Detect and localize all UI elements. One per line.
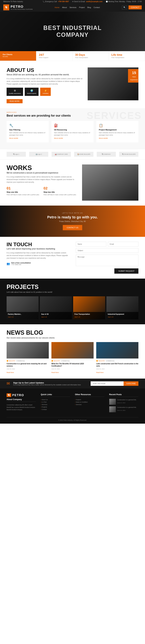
- cta-banner: LET'S TALK WITH US Petro is ready to go …: [0, 206, 145, 237]
- blog-section: NEWS BLOG Our recent news announcements …: [0, 324, 145, 378]
- projects-grid: Factory Mainten.. July 5, 20 Gas & Oil J…: [7, 296, 138, 319]
- project-title-1: Gas & Oil: [41, 313, 71, 315]
- footer-link-1[interactable]: A.I Port: [41, 401, 70, 403]
- subject-input[interactable]: [76, 248, 138, 253]
- footer-other-link-0[interactable]: Support: [75, 399, 104, 400]
- contact-subheading: Let's talk about improving your business…: [7, 248, 69, 250]
- partner-4: 🏗 COMPANY: [97, 152, 116, 157]
- blog-subheading: Our recent news announcements for our si…: [7, 337, 138, 339]
- logo-sub: OIL & GAS INDUSTRIAL PLATFORM: [11, 8, 33, 10]
- blog-heading: NEWS BLOG: [7, 329, 138, 336]
- step-1: 01 Step one title Petro will help to mak…: [7, 186, 40, 198]
- phone-number: +757 8888 939: [11, 264, 31, 266]
- project-card-2[interactable]: Free Transportation July 5, 20: [73, 296, 105, 319]
- hero-section: Best Industrial Company: [0, 12, 145, 51]
- service-title-0: Gas Filtering: [9, 129, 46, 131]
- nav-home[interactable]: Home: [55, 6, 60, 8]
- footer-other-link-1[interactable]: News & Condition: [75, 401, 104, 403]
- service-icon-0: 🔧: [9, 124, 46, 128]
- emergency-label: 📞 Emergency Call +784 584 4587: [43, 1, 69, 2]
- service-icon-1: ⛽: [54, 124, 91, 128]
- footer-recent-posts: Recent Posts Construction is a general l…: [109, 393, 138, 414]
- footer-link-4[interactable]: Contact: [41, 409, 70, 410]
- nav-services[interactable]: Services: [70, 6, 76, 8]
- about-read-more-button[interactable]: READ MORE: [7, 99, 23, 103]
- badge-activities: ⚡ Activities: [40, 88, 51, 96]
- contact-section: IN TOUCH Let's talk about improving your…: [0, 237, 145, 278]
- contact-body: It is a long established fact that a rea…: [7, 252, 69, 260]
- recent-post-date-1: June 24, 2022: [117, 410, 125, 411]
- newsletter-input[interactable]: [91, 381, 123, 386]
- stats-bar: Our Clients Benefits 24/7 Direct Support…: [0, 51, 145, 61]
- blog-title-2: Latin construction and Old French constr…: [96, 362, 138, 367]
- footer-quick-links-title: Quick Links: [41, 393, 70, 397]
- newsletter-text: Sign Up to Get Latest Updates It is a lo…: [13, 382, 81, 386]
- about-image: 15 YearsExperience: [88, 68, 138, 100]
- footer-link-3[interactable]: Projects: [41, 406, 70, 408]
- name-input[interactable]: [76, 242, 106, 246]
- contact-phone: 👥 Get a free consultation +757 8888 939: [7, 262, 69, 266]
- stat-lifetime-sub: Free Transportation: [111, 57, 142, 58]
- step-1-body: Petro will help to make contact with a p…: [7, 194, 40, 196]
- blog-date-0: June 24, 2022: [7, 368, 15, 370]
- service-read-more-2[interactable]: READ MORE: [99, 138, 108, 139]
- stat-lifetime: Life time Free Transportation: [109, 51, 145, 61]
- cta-subtext: Putao District, Shenzhen City, 80: [7, 220, 138, 222]
- project-title-3: Industrial Equipment: [108, 313, 137, 315]
- service-read-more-0[interactable]: READ MORE: [9, 138, 18, 139]
- projects-subtext: Let's talk about how we stand no 01 posi…: [7, 291, 138, 293]
- submit-button[interactable]: SUBMIT REQUEST: [114, 268, 138, 274]
- newsletter-icon: ✉: [7, 381, 10, 386]
- footer-recent-title: Recent Posts: [109, 393, 138, 397]
- nav-about[interactable]: About: [62, 6, 67, 8]
- blog-tags-0: 🟠 Industry Comment(0): [7, 360, 49, 362]
- service-card-0: 🔧 Gas Filtering Nam volestiae simul te n…: [7, 121, 49, 142]
- service-read-more-1[interactable]: READ MORE: [54, 138, 63, 139]
- logo-text: PETRO: [11, 5, 33, 8]
- email-input[interactable]: [108, 242, 138, 246]
- footer-bottom: © 2022 Petro Industry. All Rights Reserv…: [7, 417, 138, 421]
- project-card-1[interactable]: Gas & Oil July 5, 20: [40, 296, 72, 319]
- step-2-body: Petro will help to make contact with a p…: [44, 194, 77, 196]
- newsletter-button[interactable]: SUBSCRIBE: [123, 381, 138, 386]
- blog-title-0: Construction is a general term meaning t…: [7, 362, 49, 367]
- blog-comment-2: Comment(0): [106, 360, 114, 362]
- cta-button[interactable]: CONTACT US: [63, 225, 82, 230]
- contact-right: SUBMIT REQUEST: [76, 242, 138, 274]
- partner-5: 🏗 CRANE BUILDER: [119, 152, 138, 157]
- step-2: 02 Step two title Petro will help to mak…: [44, 186, 77, 198]
- blog-read-more-1[interactable]: Read More: [51, 372, 59, 373]
- stat-days-num: 30 Days: [75, 54, 106, 56]
- about-subheading: Since 2010 we are achiving no. 01 positi…: [7, 73, 83, 76]
- blog-image-0: [7, 342, 49, 358]
- blog-comment-1: Comment(0): [61, 360, 70, 362]
- service-title-1: Oil Resourcing: [54, 129, 91, 131]
- contact-button[interactable]: CONTACT: [128, 6, 142, 9]
- header-actions: 🔍 CONTACT: [122, 6, 142, 9]
- works-steps: 01 Step one title Petro will help to mak…: [7, 186, 77, 198]
- blog-card-1: 🟠 Industry Comment(0) What Are The Benef…: [51, 342, 94, 374]
- message-input[interactable]: [76, 254, 138, 266]
- footer-link-0[interactable]: About Us: [41, 399, 70, 400]
- service-title-2: Project Management: [99, 129, 136, 131]
- project-card-3[interactable]: Industrial Equipment July 5, 20: [106, 296, 138, 319]
- search-button[interactable]: 🔍: [122, 6, 127, 9]
- experience-label: YearsExperience: [130, 76, 138, 80]
- about-body: It is a long established fact that a rea…: [7, 78, 83, 85]
- nav-contact[interactable]: Contact: [94, 6, 100, 8]
- nav-blog[interactable]: Blog: [87, 6, 91, 8]
- footer-other-link-2[interactable]: Services: [75, 404, 104, 406]
- footer-link-2[interactable]: Services: [41, 404, 70, 406]
- projects-heading: PROJECTS: [7, 284, 138, 290]
- nav-project[interactable]: Project: [79, 6, 85, 8]
- stat-label: Direct Support: [39, 57, 70, 58]
- stat-support: 24/7 Direct Support: [36, 51, 73, 61]
- newsletter-heading: Sign Up to Get Latest Updates: [13, 382, 81, 384]
- blog-image-2: [96, 342, 138, 358]
- blog-read-more-0[interactable]: Read More: [7, 372, 14, 373]
- badge-experts: 🌍 World Experts: [25, 88, 39, 96]
- project-card-0[interactable]: Factory Mainten.. July 5, 20: [7, 296, 39, 319]
- blog-read-more-2[interactable]: Read More: [96, 372, 104, 373]
- service-body-1: Nam volestiae simul te non inherum many …: [54, 132, 91, 136]
- blog-title-1: What Are The Benefits Of Industrial LEED…: [51, 362, 94, 367]
